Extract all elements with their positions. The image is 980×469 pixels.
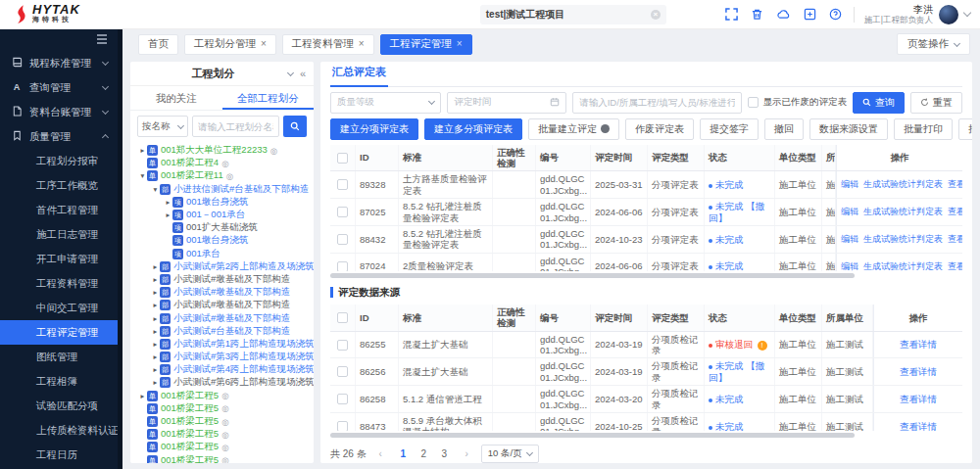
tree-node[interactable]: ▸ 单 001郑大大单位工程22233 ◎ xyxy=(130,144,314,157)
target-icon[interactable]: ◎ xyxy=(270,146,277,156)
action-button[interactable]: 作废评定表 xyxy=(625,118,694,140)
tree-node[interactable]: ▸ 部 小武测试#台基础及下部构造 xyxy=(130,325,314,338)
tree-node[interactable]: ▸ 部 小武测试#墩基础及下部构造 xyxy=(130,311,314,324)
sidebar-item[interactable]: 首件工程管理 xyxy=(0,198,118,222)
expand-arrow-icon[interactable]: ▸ xyxy=(151,352,160,361)
action-button[interactable]: 撤回 xyxy=(764,118,804,140)
sidebar-item[interactable]: 试验匹配分项 xyxy=(0,394,118,418)
expand-arrow-icon[interactable]: ▸ xyxy=(151,314,160,323)
table-row[interactable]: 88473 8.5.9 承台墩大体积混凝土结构 gdd.QLGC01.JCxbg… xyxy=(330,413,962,431)
tree-node[interactable]: ▸ 单 001桥梁工程5 ◎ xyxy=(130,390,314,402)
avatar[interactable] xyxy=(939,5,958,24)
action-button[interactable]: 提交签字 xyxy=(700,118,759,140)
view-log-link[interactable]: 查看日志 xyxy=(948,234,962,245)
page-tab[interactable]: 工程资料管理 × xyxy=(282,34,374,55)
view-details-link[interactable]: 查看详情 xyxy=(900,394,937,404)
page-ops-button[interactable]: 页签操作 xyxy=(897,33,970,55)
edit-link[interactable]: 编辑 xyxy=(841,179,858,190)
target-icon[interactable]: ◎ xyxy=(221,417,228,427)
tree-node[interactable]: 单 001桥梁工程5 ◎ xyxy=(130,415,314,428)
sidebar-item[interactable]: 开工申请管理 xyxy=(0,247,118,271)
tree-node[interactable]: ▸ 部 小武测试#第2跨上部构造及场浇筑 xyxy=(130,260,314,273)
view-details-link[interactable]: 查看详情 xyxy=(900,339,937,350)
select-all-checkbox[interactable] xyxy=(337,153,348,164)
trash-icon[interactable] xyxy=(751,8,763,21)
expand-arrow-icon[interactable]: ▸ xyxy=(164,211,172,219)
tree-node[interactable]: ▸ 部 小武测试#第3跨上部构造现场浇筑 xyxy=(130,351,314,363)
tree-node[interactable]: ▸ 部 小武测试#墩基础及下部构造 xyxy=(130,299,314,311)
row-checkbox[interactable] xyxy=(337,179,348,190)
tree-search-button[interactable] xyxy=(283,116,307,137)
add-box-icon[interactable] xyxy=(804,8,816,21)
table-row[interactable]: 86256 混凝土扩大基础 gdd.QLGC01.JCxbg... 2024-0… xyxy=(330,358,962,386)
table-row[interactable]: 88432 8.5.2 钻孔灌注桩质量检验评定表 gdd.QLGC01.JCxb… xyxy=(330,226,962,254)
view-log-link[interactable]: 查看日志 xyxy=(948,207,962,217)
sidebar-item[interactable]: 中间交工管理 xyxy=(0,296,118,320)
page-tab[interactable]: 工程评定管理 × xyxy=(380,34,472,55)
tree-node[interactable]: 项 001墩台身浇筑 xyxy=(130,234,314,247)
generate-report-link[interactable]: 生成试验统计判定表 xyxy=(863,179,943,190)
sidebar-group-ledger[interactable]: 资料台账管理 xyxy=(0,100,118,124)
table-row[interactable]: 87024 2质量检验评定表 gdd.QLGC01.JCxbg... 2024-… xyxy=(330,254,962,271)
table-row[interactable]: 86258 5.1.2 通信管道工程 gdd.QLGC01.JCxbg... 2… xyxy=(330,386,962,413)
table-row[interactable]: 87025 8.5.2 钻孔灌注桩质量检验评定表 gdd.QLGC01.JCxb… xyxy=(330,199,962,226)
tree-node[interactable]: ▾ 部 小进技信测试#台基础及下部构造 xyxy=(130,183,314,196)
quality-grade-select[interactable]: 质量等级 xyxy=(330,92,441,114)
target-icon[interactable]: ◎ xyxy=(226,171,233,181)
project-clear-icon[interactable]: × xyxy=(651,10,661,20)
expand-arrow-icon[interactable]: ▸ xyxy=(151,275,160,284)
page-tab[interactable]: 首页 × xyxy=(138,34,178,55)
keyword-search-input[interactable] xyxy=(572,92,742,114)
sidebar-group-quality[interactable]: 质量管理 xyxy=(0,124,118,149)
close-icon[interactable]: × xyxy=(457,39,463,49)
action-button[interactable]: 批量建立评定 xyxy=(528,118,619,140)
action-button[interactable]: 批量下载 xyxy=(958,118,972,140)
tree-node[interactable]: 项 001承台 xyxy=(130,248,314,260)
close-icon[interactable]: × xyxy=(261,39,267,49)
sidebar-group-standards[interactable]: 规程标准管理 xyxy=(0,51,118,75)
sidebar-item[interactable]: 图纸管理 xyxy=(0,345,118,369)
checkbox-icon[interactable] xyxy=(748,97,759,108)
expand-arrow-icon[interactable]: ▸ xyxy=(151,262,160,271)
tab-my-follow[interactable]: 我的关注 xyxy=(130,86,222,110)
tree-node[interactable]: 单 001桥梁工程5 ◎ xyxy=(130,454,314,464)
tree-node[interactable]: ▸ 部 小武测试#墩基础及下部构造 xyxy=(130,273,314,286)
action-button[interactable]: 建立多分项评定表 xyxy=(424,118,522,140)
chevron-down-icon[interactable] xyxy=(963,9,971,17)
next-page-button[interactable]: › xyxy=(459,446,475,462)
target-icon[interactable]: ◎ xyxy=(221,443,228,452)
target-icon[interactable]: ◎ xyxy=(221,455,228,463)
edit-link[interactable]: 编辑 xyxy=(841,261,858,271)
help-icon[interactable] xyxy=(829,8,842,21)
sidebar-item[interactable]: 施工日志管理 xyxy=(0,222,118,247)
select-all-checkbox[interactable] xyxy=(337,312,348,323)
expand-arrow-icon[interactable]: ▸ xyxy=(151,301,160,309)
view-log-link[interactable]: 查看日志 xyxy=(948,179,962,190)
close-icon[interactable]: × xyxy=(359,39,365,49)
chevron-down-icon[interactable] xyxy=(287,69,294,75)
row-checkbox[interactable] xyxy=(337,261,348,271)
expand-arrow-icon[interactable]: ▸ xyxy=(164,198,172,207)
page-number-button[interactable]: 2 xyxy=(416,446,432,462)
search-mode-select[interactable]: 按名称 xyxy=(137,116,188,137)
cloud-icon[interactable] xyxy=(776,8,791,21)
action-button[interactable]: 批量打印 xyxy=(894,118,953,140)
tree-node[interactable]: ▸ 部 小武测试#第6跨上部构造现场浇筑 xyxy=(130,376,314,389)
expand-arrow-icon[interactable]: ▸ xyxy=(138,392,147,400)
edit-link[interactable]: 编辑 xyxy=(841,207,858,217)
edit-link[interactable]: 编辑 xyxy=(841,234,858,245)
evaluation-date-picker[interactable]: 评定时间 xyxy=(447,92,566,114)
tree-node[interactable]: ▸ 部 小武测试#第4跨上部构造现场浇筑 xyxy=(130,363,314,376)
generate-report-link[interactable]: 生成试验统计判定表 xyxy=(863,261,943,271)
tree-node[interactable]: ▸ 项 001墩台身浇筑 xyxy=(130,196,314,209)
page-size-select[interactable]: 10 条/页 xyxy=(481,445,539,463)
expand-arrow-icon[interactable]: ▸ xyxy=(138,146,147,155)
collapse-panel-icon[interactable]: « xyxy=(300,68,306,79)
target-icon[interactable]: ◎ xyxy=(221,403,228,413)
expand-arrow-icon[interactable]: ▸ xyxy=(151,340,160,349)
sidebar-item[interactable]: 工程日历 xyxy=(0,443,118,467)
row-checkbox[interactable] xyxy=(337,207,348,217)
row-checkbox[interactable] xyxy=(337,366,348,377)
tree-node[interactable]: ▸ 项 001－001承台 xyxy=(130,209,314,221)
target-icon[interactable]: ◎ xyxy=(221,159,228,168)
